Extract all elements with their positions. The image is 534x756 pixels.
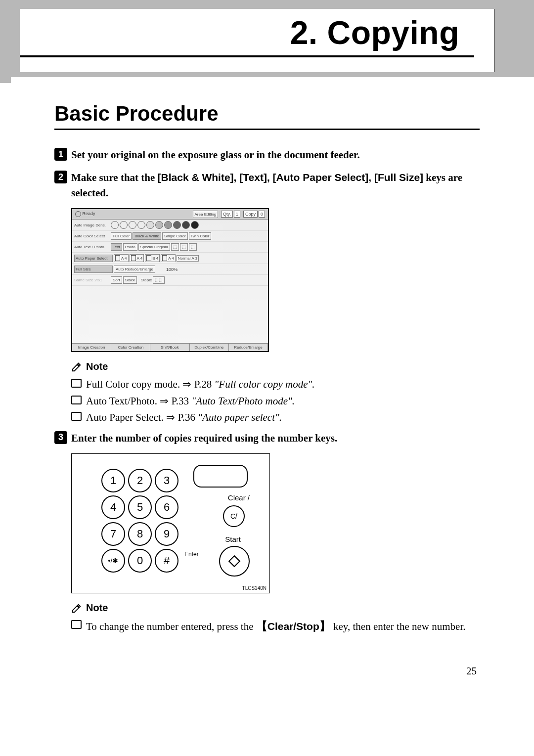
- note-header: Note: [71, 361, 480, 372]
- chapter-number: 2.: [290, 14, 318, 51]
- step-number-badge: 3: [54, 431, 67, 444]
- copy-label: Copy: [243, 211, 258, 218]
- paper-select-row: Auto Paper Select A 4 A 4 B 4 A 4 Normal…: [72, 253, 268, 264]
- tray-label: A 4: [121, 256, 127, 261]
- page-number: 25: [54, 665, 480, 677]
- auto-paper-select-button: Auto Paper Select: [74, 255, 113, 262]
- orientation-icon: ⬚: [189, 243, 197, 251]
- tray-b4-button: B 4: [145, 254, 160, 262]
- step-number-badge: 2: [54, 171, 67, 183]
- copy-counter: Copy 0: [243, 211, 265, 218]
- auto-color-select-label: Auto Color Select: [74, 234, 110, 238]
- tray-label: B 4: [152, 256, 158, 261]
- key-5: 5: [128, 495, 152, 519]
- density-dot: [155, 221, 163, 229]
- color-mode-row: Auto Color Select Full Color Black & Whi…: [72, 231, 268, 242]
- step-2-keys: [Black & White], [Text], [Auto Paper Sel…: [158, 172, 424, 183]
- box-bullet-icon: [71, 379, 82, 388]
- section-title: Basic Procedure: [54, 102, 480, 130]
- auto-text-photo-label: Auto Text / Photo: [74, 245, 110, 249]
- note-item: Auto Paper Select. ⇒ P.36 "Auto paper se…: [71, 409, 480, 426]
- key-0: 0: [128, 549, 152, 573]
- density-dot: [164, 221, 172, 229]
- key-2: 2: [128, 469, 152, 492]
- tray-label: A 4: [137, 256, 143, 261]
- note-item: Full Color copy mode. ⇒ P.28 "Full color…: [71, 376, 480, 393]
- steps-list: 1 Set your original on the exposure glas…: [54, 147, 480, 635]
- keypad-illustration: 1 2 3 4 5 6 7 8 9 •/✱ 0 # Clear / C/ Sta…: [71, 453, 270, 593]
- panel-header-row: Ready Area Editing Qty. 1 Copy 0: [72, 209, 268, 220]
- note-text: Auto Text/Photo.: [86, 395, 160, 407]
- shift-book-tab: Shift/Book: [150, 343, 189, 351]
- start-diamond-icon: [228, 555, 241, 568]
- single-color-button: Single Color: [162, 232, 188, 240]
- note-title: Note: [86, 361, 108, 372]
- step-1-text: Set your original on the exposure glass …: [71, 147, 480, 162]
- top-margin-bar: [0, 0, 534, 9]
- ready-label: Ready: [83, 212, 95, 217]
- tray-a4-button: A 4: [130, 254, 144, 262]
- note2-suffix: key, then enter the new number.: [331, 621, 466, 632]
- pencil-icon: [71, 361, 82, 372]
- note-text: Full Color copy mode.: [86, 378, 182, 390]
- density-dot: [137, 221, 145, 229]
- note-page: P.33: [169, 395, 191, 407]
- stack-button: Stack: [123, 276, 137, 284]
- note-reference: "Full color copy mode".: [215, 378, 315, 390]
- step-3-text: Enter the number of copies required usin…: [71, 431, 480, 445]
- display-rectangle: [193, 465, 248, 488]
- panel-bottom-tabs: Image Creation Color Creation Shift/Book…: [72, 343, 268, 351]
- box-bullet-icon: [71, 620, 82, 629]
- step-2-text: Make sure that the [Black & White], [Tex…: [71, 170, 480, 200]
- full-size-button: Full Size: [74, 266, 113, 273]
- note-reference: "Auto Text/Photo mode".: [191, 395, 295, 407]
- box-bullet-icon: [71, 396, 82, 404]
- step-2: 2 Make sure that the [Black & White], [T…: [54, 170, 480, 200]
- note-item: To change the number entered, press the …: [71, 618, 480, 635]
- chapter-header: 2. Copying: [0, 9, 534, 77]
- same-size-label: Same Size 2to1: [74, 278, 110, 282]
- tray-a4-button: A 4: [161, 254, 176, 262]
- key-bracket-open: 【: [256, 620, 267, 632]
- arrow-icon: ⇒: [166, 411, 175, 423]
- orientation-icon: ⬚: [180, 243, 188, 251]
- note-item: Auto Text/Photo. ⇒ P.33 "Auto Text/Photo…: [71, 393, 480, 409]
- duplex-combine-tab: Duplex/Combine: [190, 343, 229, 351]
- arrow-icon: ⇒: [182, 378, 191, 390]
- key-1: 1: [101, 469, 125, 492]
- qty-value: 1: [234, 211, 240, 218]
- start-key: [219, 546, 250, 577]
- arrow-icon: ⇒: [160, 395, 169, 407]
- qty-counter: Qty. 1: [221, 211, 240, 218]
- finish-row: Same Size 2to1 Sort Stack Staple ⬚⬚: [72, 275, 268, 286]
- special-original-button: Special Original: [138, 243, 170, 251]
- key-9: 9: [155, 522, 178, 546]
- box-bullet-icon: [71, 412, 82, 421]
- image-creation-tab: Image Creation: [72, 343, 111, 351]
- note-reference: "Auto paper select".: [198, 411, 282, 423]
- note2-prefix: To change the number entered, press the: [86, 621, 256, 632]
- photo-button: Photo: [123, 243, 137, 251]
- density-row: Auto Image Dens.: [72, 220, 268, 231]
- tray-label: A 3: [192, 256, 198, 261]
- control-panel-screenshot: Ready Area Editing Qty. 1 Copy 0 Auto Im…: [71, 208, 269, 352]
- key-hash: #: [155, 549, 178, 573]
- note-block-2: Note To change the number entered, press…: [71, 602, 480, 635]
- normal-label: Normal: [178, 256, 191, 261]
- density-dot: [120, 221, 128, 229]
- step-number-badge: 1: [54, 148, 67, 161]
- auto-image-density-label: Auto Image Dens.: [74, 223, 110, 227]
- density-dot: [173, 221, 181, 229]
- text-button: Text: [111, 243, 122, 251]
- note-page: P.36: [175, 411, 198, 423]
- key-6: 6: [155, 495, 178, 519]
- tray-a3-button: Normal A 3: [177, 255, 199, 262]
- sort-button: Sort: [111, 276, 122, 284]
- zoom-ratio: 100%: [166, 267, 178, 272]
- density-dot: [182, 221, 190, 229]
- note-title: Note: [86, 602, 108, 614]
- copy-value: 0: [259, 211, 265, 218]
- auto-reduce-enlarge-button: Auto Reduce/Enlarge: [114, 266, 155, 273]
- key-bracket-close: 】: [319, 620, 331, 632]
- qty-label: Qty.: [221, 211, 233, 218]
